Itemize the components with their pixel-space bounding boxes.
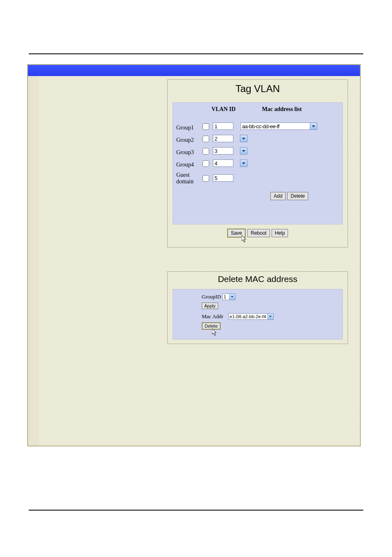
group2-vlan-id-input[interactable] xyxy=(213,135,233,142)
save-button[interactable]: Save xyxy=(227,229,246,238)
reboot-button[interactable]: Reboot xyxy=(247,229,270,237)
delete-mac-body: GroupID Apply Mac Addr Delete xyxy=(173,289,343,340)
group-row-3: Group3 xyxy=(176,147,247,158)
group1-mac-input[interactable] xyxy=(240,122,310,130)
tag-vlan-title: Tag VLAN xyxy=(168,83,348,95)
column-header-vlan-id: VLAN ID xyxy=(208,106,239,113)
content-area: Tag VLAN VLAN ID Mac address list Group1 xyxy=(39,76,360,446)
delete-mac-panel: Delete MAC address GroupID Apply Mac Add… xyxy=(167,271,348,344)
divider-bottom xyxy=(29,510,363,511)
help-button[interactable]: Help xyxy=(272,229,288,237)
macaddr-label: Mac Addr xyxy=(202,313,223,320)
groupid-input[interactable] xyxy=(222,294,230,300)
cursor-icon-2 xyxy=(212,328,218,337)
group-row-1: Group1 xyxy=(176,122,317,133)
divider-top xyxy=(29,53,363,54)
macaddr-field: Mac Addr xyxy=(202,313,274,320)
apply-row: Apply xyxy=(202,303,218,309)
tag-vlan-body: VLAN ID Mac address list Group1 Group2 xyxy=(173,102,343,224)
groupid-dropdown[interactable] xyxy=(229,294,235,300)
group2-label: Group2 xyxy=(176,135,201,146)
column-header-mac-list: Mac address list xyxy=(251,106,313,113)
group1-label: Group1 xyxy=(176,122,201,133)
group1-vlan-id-input[interactable] xyxy=(213,122,233,130)
guest-domain-label: Guest domain xyxy=(176,172,201,185)
group2-mac-dropdown[interactable] xyxy=(240,135,247,142)
group4-checkbox[interactable] xyxy=(203,160,209,167)
add-delete-row: Add Delete xyxy=(173,192,342,200)
delete-mac-button[interactable]: Delete xyxy=(202,322,221,330)
group1-mac-dropdown[interactable] xyxy=(310,122,317,130)
group3-label: Group3 xyxy=(176,147,201,158)
apply-button[interactable]: Apply xyxy=(202,303,218,309)
delete-mac-title: Delete MAC address xyxy=(168,274,348,284)
macaddr-dropdown[interactable] xyxy=(267,313,274,320)
bottom-buttons-row: Save Reboot Help xyxy=(168,229,348,238)
group-row-4: Group4 xyxy=(176,159,247,170)
delete-button[interactable]: Delete xyxy=(287,192,308,200)
group3-mac-dropdown[interactable] xyxy=(240,147,247,155)
group1-checkbox[interactable] xyxy=(203,123,209,130)
groupid-label: GroupID xyxy=(202,294,221,300)
page: Tag VLAN VLAN ID Mac address list Group1 xyxy=(0,0,392,557)
group2-checkbox[interactable] xyxy=(203,136,209,142)
groupid-field: GroupID xyxy=(202,294,235,300)
group3-vlan-id-input[interactable] xyxy=(213,147,233,155)
macaddr-input[interactable] xyxy=(228,313,268,320)
delete-row: Delete xyxy=(202,322,221,330)
group4-label: Group4 xyxy=(176,159,201,170)
group-row-2: Group2 xyxy=(176,135,247,146)
group4-mac-dropdown[interactable] xyxy=(240,159,247,167)
add-button[interactable]: Add xyxy=(270,192,286,200)
guest-domain-vlan-id-input[interactable] xyxy=(213,174,233,182)
group-row-guest: Guest domain xyxy=(176,172,233,187)
group4-vlan-id-input[interactable] xyxy=(213,159,233,167)
window-titlebar[interactable] xyxy=(28,65,360,76)
app-window: Tag VLAN VLAN ID Mac address list Group1 xyxy=(27,64,361,446)
group3-checkbox[interactable] xyxy=(203,148,209,155)
tag-vlan-panel: Tag VLAN VLAN ID Mac address list Group1 xyxy=(167,79,348,247)
guest-domain-checkbox[interactable] xyxy=(203,175,209,182)
